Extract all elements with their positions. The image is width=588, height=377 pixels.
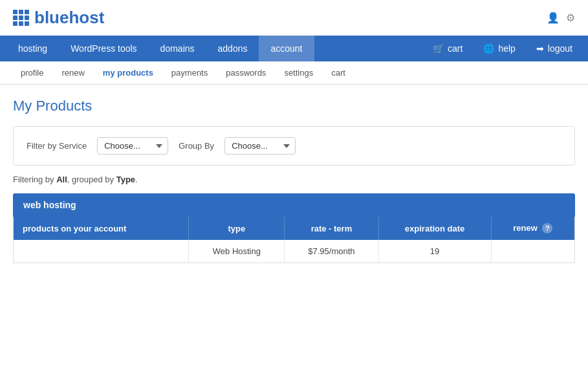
cell-rate: $7.95/month (285, 240, 378, 263)
group-by-label: Group By (179, 141, 214, 151)
sub-nav-passwords[interactable]: passwords (218, 65, 274, 80)
col-renew: renew ? (491, 217, 574, 240)
cell-product-name (14, 240, 189, 263)
page-title: My Products (13, 98, 575, 114)
nav-domains[interactable]: domains (149, 36, 206, 61)
renew-help-icon[interactable]: ? (542, 223, 552, 233)
web-hosting-section: web hosting products on your account typ… (13, 193, 575, 263)
filter-service-label: Filter by Service (27, 141, 87, 151)
filter-type-value: Type (116, 175, 135, 184)
table-row: Web Hosting $7.95/month 19 (14, 240, 575, 263)
sub-nav-payments[interactable]: payments (164, 65, 215, 80)
col-type: type (189, 217, 285, 240)
cell-expiration: 19 (378, 240, 491, 263)
nav-logout[interactable]: ➡ logout (527, 36, 582, 61)
logo-grid-icon (13, 10, 29, 26)
sub-nav-my-products[interactable]: my products (95, 65, 161, 80)
help-globe-icon: 🌐 (483, 43, 494, 54)
nav-wordpress-tools[interactable]: WordPress tools (59, 36, 148, 61)
cell-renew (491, 240, 574, 263)
col-rate: rate - term (285, 217, 378, 240)
nav-cart[interactable]: 🛒 cart (424, 36, 472, 61)
section-header: web hosting (13, 193, 575, 217)
filter-grouped-text: , grouped by (67, 175, 116, 184)
nav-help[interactable]: 🌐 help (474, 36, 524, 61)
filter-bar: Filter by Service Choose... Group By Cho… (13, 126, 575, 166)
filter-service-select[interactable]: Choose... (97, 137, 168, 155)
filter-info: Filtering by All, grouped by Type. (13, 175, 575, 184)
col-products: products on your account (14, 217, 189, 240)
nav-hosting[interactable]: hosting (6, 36, 59, 61)
main-nav: hosting WordPress tools domains addons a… (0, 36, 588, 61)
content-area: My Products Filter by Service Choose... … (0, 85, 588, 276)
filter-all-value: All (56, 175, 67, 184)
cell-type: Web Hosting (189, 240, 285, 263)
gear-icon[interactable]: ⚙ (566, 12, 575, 24)
sub-nav-cart[interactable]: cart (323, 65, 353, 80)
nav-account[interactable]: account (259, 36, 314, 61)
top-bar: bluehost 👤 ⚙ (0, 0, 588, 36)
help-label: help (498, 43, 515, 54)
col-expiration: expiration date (378, 217, 491, 240)
cart-label: cart (448, 43, 463, 54)
cart-icon: 🛒 (433, 43, 444, 54)
nav-addons[interactable]: addons (206, 36, 259, 61)
user-icon[interactable]: 👤 (547, 12, 560, 24)
nav-right: 🛒 cart 🌐 help ➡ logout (424, 36, 582, 61)
logo-area: bluehost (13, 8, 104, 28)
group-by-select[interactable]: Choose... (224, 137, 296, 155)
table-header-row: products on your account type rate - ter… (14, 217, 575, 240)
logout-label: logout (548, 43, 572, 54)
sub-nav: profile renew my products payments passw… (0, 61, 588, 85)
top-icons: 👤 ⚙ (547, 12, 575, 24)
logout-arrow-icon: ➡ (536, 43, 544, 54)
sub-nav-settings[interactable]: settings (276, 65, 321, 80)
products-table: products on your account type rate - ter… (13, 217, 575, 263)
sub-nav-profile[interactable]: profile (13, 65, 51, 80)
sub-nav-renew[interactable]: renew (54, 65, 92, 80)
filter-period: . (135, 175, 138, 184)
filter-info-prefix: Filtering by (13, 175, 56, 184)
brand-logo[interactable]: bluehost (34, 8, 104, 28)
